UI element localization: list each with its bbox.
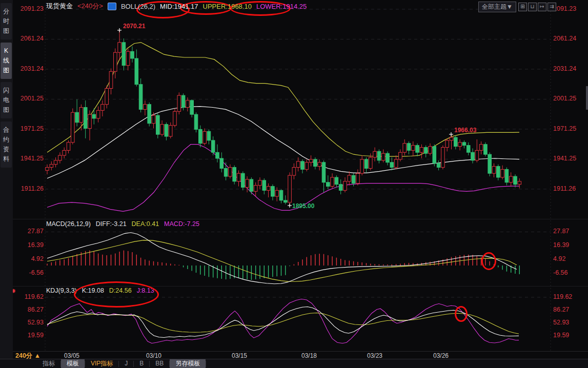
date-axis-label: 03/10: [143, 352, 165, 359]
price-axis-label-right: 1911.26: [553, 185, 576, 192]
price-axis-label-left: 2061.24: [21, 35, 44, 42]
boll-mid-value: MID:1941.17: [160, 3, 198, 10]
macd-axis-label-right: 4.92: [553, 255, 565, 262]
symbol-name: 现货黄金: [46, 2, 73, 11]
sidebar-tab-1[interactable]: K线图: [1, 43, 12, 79]
macd-axis-label-left: 16.39: [28, 241, 44, 249]
macd-axis-label-right: -6.56: [553, 269, 568, 276]
toolbar-button-1[interactable]: 模板: [61, 359, 85, 368]
price-axis-label-right: 1971.25: [553, 125, 576, 132]
kdj-axis-label-left: 86.27: [28, 306, 44, 313]
macd-axis-label-left: 27.87: [28, 228, 44, 235]
scrollbar-thumb[interactable]: [586, 86, 588, 110]
window-icon-group: ⊞⊔↦⇉: [518, 3, 556, 11]
annotation-ellipse: [455, 306, 468, 322]
chevron-down-icon: ▼: [506, 3, 513, 10]
annotation-ellipse: [481, 252, 496, 270]
macd-header: MACD(26,12,9) DIFF:-3.21 DEA:0.41 MACD:-…: [46, 220, 199, 228]
panel-divider: [0, 351, 588, 352]
price-axis-label-left: 1941.25: [21, 155, 44, 162]
layout-grid-icon[interactable]: ⊞: [518, 3, 527, 11]
trading-app-window: 分时图K线图闪电图合约资料 现货黄金 <240分> BOLL(26,2) MID…: [0, 0, 588, 368]
boll-upper-value: UPPER:1968.10: [203, 3, 252, 10]
topbar-controls: 全部主题▼ ⊞⊔↦⇉: [478, 2, 556, 12]
date-axis-label: 03/15: [228, 352, 251, 359]
boll-indicator-label: BOLL(26,2): [121, 3, 155, 10]
macd-axis-label-right: 16.39: [553, 241, 569, 249]
kdj-axis-label-right: 119.62: [553, 293, 572, 300]
kdj-axis-label-right: 86.27: [553, 306, 569, 313]
theme-dropdown[interactable]: 全部主题▼: [478, 2, 516, 12]
date-axis-label: 03/23: [363, 352, 386, 359]
kdj-title: KDJ(9,3,3): [46, 287, 77, 294]
sidebar-tab-3[interactable]: 合约资料: [1, 121, 12, 168]
toolbar-button-4[interactable]: B: [134, 359, 149, 368]
price-axis-label-left: 2031.24: [21, 65, 44, 72]
price-axis-label-right: 2001.25: [553, 95, 576, 102]
price-axis-label-right: 2061.24: [553, 35, 576, 42]
price-axis-label-left: 1971.25: [21, 125, 44, 132]
price-axis-label-right: 2091.23: [553, 5, 576, 12]
toolbar-button-0[interactable]: 指标: [37, 359, 60, 368]
kdj-axis-label-left: 119.62: [25, 293, 44, 300]
peak-high-label: 2070.21: [123, 23, 145, 30]
macd-title: MACD(26,12,9): [46, 220, 91, 228]
kdj-axis-label-right: 19.59: [553, 332, 569, 339]
date-axis-label: 03/26: [430, 352, 452, 359]
bottom-toolbar: 指标模板VIP指标JBBB另存模板: [0, 359, 588, 368]
macd-axis-label-left: 4.92: [31, 255, 44, 262]
kdj-axis-label-right: 52.93: [553, 319, 569, 326]
pan-frame-icon[interactable]: ↦: [538, 3, 546, 11]
boll-lower-value: LOWER:1914.25: [256, 3, 307, 10]
period-tag: <240分>: [77, 2, 103, 11]
price-axis-label-left: 2091.23: [21, 5, 44, 12]
kdj-axis-label-left: 52.93: [28, 319, 44, 326]
sidebar-tab-0[interactable]: 分时图: [1, 3, 12, 39]
sidebar-tab-2[interactable]: 闪电图: [1, 82, 12, 118]
price-axis-label-right: 1941.25: [553, 155, 576, 162]
sidebar: 分时图K线图闪电图合约资料: [0, 0, 13, 359]
toolbar-button-5[interactable]: BB: [150, 359, 169, 368]
price-axis-label-right: 2031.24: [553, 65, 576, 72]
chart-canvas[interactable]: [0, 0, 588, 368]
macd-value: MACD:-7.25: [164, 220, 199, 228]
macd-axis-label-left: -6.56: [29, 269, 44, 276]
price-axis-label-left: 2001.25: [21, 95, 44, 102]
fit-frame-icon[interactable]: ⊔: [528, 3, 537, 11]
price-axis-label-left: 1911.26: [21, 185, 44, 192]
collapse-panel-icon[interactable]: ⇉: [548, 3, 556, 11]
toolbar-separator: [206, 361, 206, 367]
date-axis-label: 03/05: [60, 352, 83, 359]
macd-dea-value: DEA:0.41: [132, 220, 159, 228]
panel-divider: [0, 219, 588, 219]
toolbar-button-3[interactable]: J: [119, 359, 133, 368]
low-label: 1895.00: [292, 202, 314, 210]
triangle-up-icon: ▲: [34, 352, 40, 359]
date-axis-label: 03/18: [298, 352, 320, 359]
toolbar-button-2[interactable]: VIP指标: [85, 359, 118, 368]
macd-axis-label-right: 27.87: [553, 228, 569, 235]
annotation-ellipse: [74, 281, 159, 308]
toolbar-button-6[interactable]: 另存模板: [170, 359, 206, 368]
kline-icon: [108, 3, 116, 10]
swing-high-label: 1966.03: [454, 127, 476, 134]
macd-diff-value: DIFF:-3.21: [96, 220, 127, 228]
kdj-axis-label-left: 19.59: [28, 332, 44, 339]
title-bar: 现货黄金 <240分> BOLL(26,2) MID:1941.17 UPPER…: [46, 2, 307, 11]
